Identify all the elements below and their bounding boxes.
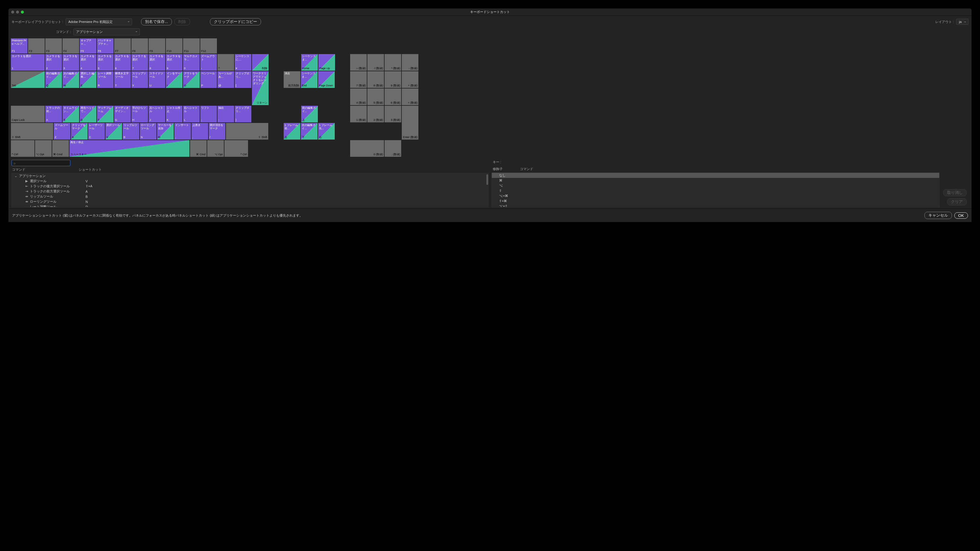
key-;[interactable]: リフト; [200, 106, 217, 123]
key-][interactable]: クリップボリ...] [235, 106, 251, 123]
key-E[interactable]: 選択した編集...E [80, 71, 96, 88]
key-B[interactable]: リップルツールB [123, 123, 139, 140]
numkey[interactable]: - (数値) [402, 54, 418, 71]
key-:[interactable]: 抽出: [218, 106, 234, 123]
key-U[interactable]: スライドツールU [149, 71, 165, 88]
key-F6[interactable]: バッチキャプチャ...F6 [97, 38, 114, 54]
key-0[interactable]: マルチカメラ...0 [183, 54, 200, 71]
key-Y[interactable]: スリップツールY [131, 71, 148, 88]
key-4[interactable]: カメラ 4 を選択4 [80, 54, 96, 71]
key-M[interactable]: マーカーを追加M [157, 123, 174, 140]
numkey[interactable]: * (数値) [385, 54, 401, 71]
disclosure-icon[interactable]: ⌄ [14, 174, 18, 178]
key-^Ctrl[interactable]: ^ Ctrl [11, 140, 35, 157]
search-field[interactable]: ⌕ [11, 160, 70, 166]
key-I[interactable]: インをマークI [166, 71, 183, 88]
key-F[interactable]: マッチフレームF [97, 106, 114, 123]
key-F9[interactable]: F9 [149, 38, 165, 54]
key-F2[interactable]: F2 [28, 38, 45, 54]
key-D[interactable]: 再生ヘッドで...D [80, 106, 96, 123]
key-9[interactable]: カメラ 9 を選択9 [166, 54, 183, 71]
key-[[interactable]: クリップボリ...[ [235, 71, 251, 88]
key-J[interactable]: 左へシャトルJ [149, 106, 165, 123]
key-W[interactable]: 次の編集ポイ...W [62, 71, 79, 88]
key-F11[interactable]: F11 [183, 38, 200, 54]
modifier-row[interactable]: ⇧+⌘ [492, 199, 939, 204]
modifier-row[interactable]: ⌘ [492, 178, 939, 183]
key-F1[interactable]: Premiere Pro ヘルプ...F1 [11, 38, 27, 54]
search-input[interactable] [17, 161, 68, 165]
key-F3[interactable]: F3 [45, 38, 62, 54]
key-A[interactable]: トラックの前...A [45, 106, 62, 123]
numkey[interactable]: / (数値) [368, 54, 384, 71]
key-6[interactable]: カメラ 6 を選択6 [114, 54, 131, 71]
numkey[interactable]: 8 (数値) [368, 71, 384, 88]
key-.[interactable]: 上書き. [191, 123, 208, 140]
key-R[interactable]: レート調整ツールR [97, 71, 114, 88]
key-F12[interactable]: F12 [200, 38, 217, 54]
key-C[interactable]: レーザーツールC [88, 123, 105, 140]
key-^[interactable]: ^ [218, 54, 234, 71]
ok-button[interactable]: OK [955, 212, 968, 219]
key--[interactable]: ズームアウト- [200, 54, 217, 71]
key-X[interactable]: クリップをマークX [71, 123, 88, 140]
modifier-row[interactable]: なし [492, 173, 939, 178]
command-row[interactable]: ⇤トラックの後方選択ツール⇧+A [12, 184, 488, 189]
key-⇧Shift[interactable]: ⇧ Shift [226, 123, 268, 140]
numkey[interactable]: + (数値) [402, 71, 418, 88]
key-F8[interactable]: F8 [131, 38, 148, 54]
numkey[interactable]: 6 (数値) [385, 89, 401, 105]
modifiers-table[interactable]: なし⌘⌥⇧⌥+⌘⇧+⌘⌥+⇧⌥+⇧+⌘^^+⌘ [492, 172, 940, 207]
modifier-row[interactable]: ⌥+⇧ [492, 204, 939, 207]
numkey[interactable]: 7 (数値) [350, 71, 367, 88]
key-K[interactable]: シャトル停止K [166, 106, 183, 123]
numkey[interactable]: 3 (数値) [385, 106, 401, 123]
key-8[interactable]: カメラ 8 を選択8 [149, 54, 165, 71]
numkey[interactable]: Enter (数値) [402, 106, 418, 140]
key-ワークエリアでエフェクトをレンダリング[interactable]: ワークエリアでエフェクトをレンダリングリターン [252, 71, 269, 105]
numkey[interactable]: = (数値) [350, 54, 367, 71]
modifier-row[interactable]: ⇧ [492, 188, 939, 193]
key-削除[interactable]: 削除 [252, 54, 269, 71]
preset-select[interactable]: Adobe Premiere Pro 初期設定 [65, 18, 132, 25]
copy-clipboard-button[interactable]: クリップボードにコピー [210, 18, 261, 25]
key-End[interactable]: シーケンスま...End [301, 71, 318, 88]
key-N[interactable]: ローリングツールN [140, 123, 156, 140]
key-Home[interactable]: シーケンスま...Home [301, 54, 318, 71]
key-前方削除[interactable]: 消去前方削除 [284, 71, 300, 88]
key-@[interactable]: カーソルがあ...@ [218, 71, 234, 88]
command-row[interactable]: ⇹リップルツールB [12, 194, 488, 199]
key-スペースキー[interactable]: 再生 / 停止スペースキー [70, 140, 189, 157]
layout-select[interactable]: ja [956, 19, 969, 25]
key-1[interactable]: カメラ 1 を選択1 [11, 54, 45, 71]
numkey[interactable]: 9 (数値) [385, 71, 401, 88]
key-Tab[interactable]: Tab [11, 71, 45, 88]
key-F4[interactable]: F4 [62, 38, 79, 54]
key-F10[interactable]: F10 [166, 38, 183, 54]
key-F5[interactable]: キャプチャ...F5 [80, 38, 96, 54]
command-row[interactable]: ⇥トラックの前方選択ツールA [12, 189, 488, 194]
command-row[interactable]: ↔レート調整ツールR [12, 204, 488, 207]
command-row[interactable]: ⇼ローリングツールN [12, 199, 488, 204]
numkey[interactable]: 4 (数値) [350, 89, 367, 105]
key-V[interactable]: 選択ツールV [105, 123, 122, 140]
key-P[interactable]: ペンツールP [200, 71, 217, 88]
numkey[interactable]: 0 (数値) [350, 140, 384, 157]
numkey[interactable]: . (数値) [385, 140, 401, 157]
key-⌥Opt[interactable]: ⌥ Opt [35, 140, 52, 157]
numkey[interactable]: 5 (数値) [368, 89, 384, 105]
key-S[interactable]: タイムライン...S [62, 106, 79, 123]
key-7[interactable]: カメラ 7 を選択7 [131, 54, 148, 71]
save-as-button[interactable]: 別名で保存... [141, 18, 172, 25]
key-PageDown[interactable]: Page Down [318, 71, 335, 88]
key-⌘Cmd[interactable]: ⌘ Cmd [52, 140, 69, 157]
key-⇧Shift[interactable]: ⇧ Shift [11, 123, 53, 140]
key-2[interactable]: カメラ 2 を選択2 [45, 54, 62, 71]
key-F7[interactable]: F7 [114, 38, 131, 54]
key-/[interactable]: 選択項目をマーク/ [209, 123, 225, 140]
modifier-row[interactable]: ⌥+⌘ [492, 193, 939, 199]
key-右[interactable]: 1 フレーム先...右 [318, 123, 335, 140]
key-O[interactable]: アウトをマークO [183, 71, 200, 88]
key-,[interactable]: インサート, [174, 123, 191, 140]
numkey[interactable]: 1 (数値) [350, 106, 367, 123]
